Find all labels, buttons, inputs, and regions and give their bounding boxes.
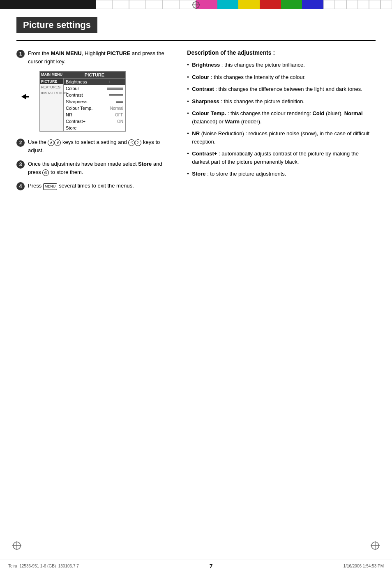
step-4-number: 4	[16, 182, 25, 190]
bar-red-1	[260, 0, 270, 9]
top-crosshair	[192, 1, 200, 10]
right-arrow-icon: >	[135, 139, 141, 146]
menu-row-brightness: Brightness ---I--------	[64, 79, 125, 85]
step-1-number: 1	[16, 50, 25, 58]
bar-blue-2	[313, 0, 323, 9]
page-number: 7	[210, 563, 213, 570]
description-title: Description of the adjustments :	[187, 49, 376, 56]
step-4-text: Press MENU several times to exit the men…	[28, 182, 134, 190]
ok-icon: ⊙	[42, 169, 49, 176]
bar-seg-11	[163, 0, 180, 9]
contrastplus-label: Contrast+	[66, 119, 85, 124]
bar-white-r2	[335, 0, 346, 9]
bottom-left-text: Telra_12536-951 1-6 (GB)_130106.7 7	[8, 564, 79, 568]
desc-sharpness: Sharpness : this changes the picture def…	[187, 97, 376, 106]
bottom-crosshair-left	[12, 541, 21, 551]
bottom-bar: Telra_12536-951 1-6 (GB)_130106.7 7 7 1/…	[0, 560, 392, 572]
sidebar-item-installation: INSTALLATION	[40, 90, 63, 96]
colour-bar	[107, 88, 123, 90]
colourtemp-value: Normal	[110, 106, 123, 111]
brightness-label: Brightness	[66, 79, 87, 84]
desc-store: Store : to store the picture adjustments…	[187, 170, 376, 178]
bar-white-r1	[323, 0, 335, 9]
bar-red-2	[270, 0, 281, 9]
bar-green-1	[281, 0, 292, 9]
bar-seg-10	[146, 0, 163, 9]
top-color-bar	[0, 0, 392, 9]
menu-sidebar: PICTURE FEATURES INSTALLATION	[40, 79, 64, 131]
contrast-bar	[109, 94, 123, 96]
bar-green-2	[292, 0, 302, 9]
desc-brightness: Brightness : this changes the picture br…	[187, 61, 376, 69]
desc-colour: Colour : this changes the intensity of t…	[187, 73, 376, 81]
content-columns: 1 From the MAIN MENU, Highlight PICTURE …	[16, 49, 376, 196]
desc-nr: NR (Noise Reduction) : reduces picture n…	[187, 130, 376, 146]
right-column: Description of the adjustments : Brightn…	[187, 49, 376, 196]
bar-seg-5	[64, 0, 80, 9]
sharpness-bar	[116, 101, 123, 103]
nr-label: NR	[66, 112, 72, 117]
menu-row-contrast: Contrast	[64, 92, 125, 98]
bar-seg-7	[96, 0, 113, 9]
menu-arrow	[21, 94, 29, 101]
colourtemp-label: Colour Temp.	[66, 106, 92, 111]
nr-value: OFF	[115, 113, 123, 117]
brightness-value: ---I--------	[104, 80, 123, 84]
bar-seg-6	[80, 0, 96, 9]
step-3-text: Once the adjustments have been made sele…	[28, 160, 171, 176]
desc-colourtemp: Colour Temp. : this changes the colour r…	[187, 109, 376, 125]
bar-blue-1	[302, 0, 313, 9]
bottom-right-text: 1/16/2006 1:54:53 PM	[344, 564, 384, 568]
bar-seg-2	[16, 0, 32, 9]
bar-seg-3	[32, 0, 48, 9]
down-arrow-icon: ∨	[54, 139, 61, 146]
step-4: 4 Press MENU several times to exit the m…	[16, 182, 171, 190]
bar-seg-1	[0, 0, 16, 9]
bottom-crosshair-right	[371, 541, 380, 551]
menu-row-nr: NR OFF	[64, 111, 125, 118]
up-arrow-icon: ∧	[48, 139, 54, 146]
bar-white-r5	[369, 0, 380, 9]
menu-row-sharpness: Sharpness	[64, 98, 125, 105]
bar-cyan-1	[217, 0, 228, 9]
bar-yellow-2	[249, 0, 260, 9]
bar-seg-4	[48, 0, 64, 9]
page-title-box: Picture settings	[16, 17, 97, 33]
sidebar-item-features: FEATURES	[40, 84, 63, 90]
desc-contrastplus: Contrast+ : automatically adjusts contra…	[187, 150, 376, 166]
page-title: Picture settings	[23, 20, 91, 30]
bar-cyan-2	[228, 0, 239, 9]
menu-row-colourtemp: Colour Temp. Normal	[64, 105, 125, 111]
sidebar-item-picture: PICTURE	[40, 79, 63, 84]
contrastplus-value: ON	[117, 119, 123, 124]
bar-white-r6	[380, 0, 392, 9]
left-column: 1 From the MAIN MENU, Highlight PICTURE …	[16, 49, 171, 196]
menu-main-menu-label: MAIN MENU	[40, 72, 64, 78]
description-list: Brightness : this changes the picture br…	[187, 61, 376, 178]
menu-row-contrastplus: Contrast+ ON	[64, 118, 125, 125]
bar-white-r4	[358, 0, 369, 9]
step-2-number: 2	[16, 139, 25, 147]
desc-contrast: Contrast : this changes the difference b…	[187, 85, 376, 93]
colour-label: Colour	[66, 86, 79, 91]
bar-yellow-1	[238, 0, 249, 9]
sharpness-label: Sharpness	[66, 99, 88, 104]
bar-seg-9	[129, 0, 146, 9]
menu-row-colour: Colour	[64, 85, 125, 92]
step-1: 1 From the MAIN MENU, Highlight PICTURE …	[16, 49, 171, 65]
store-label: Store	[66, 125, 76, 130]
main-content: Picture settings 1 From the MAIN MENU, H…	[0, 9, 392, 213]
menu-mockup-container: MAIN MENU PICTURE PICTURE FEATURES INSTA…	[28, 71, 171, 132]
bar-magenta-2	[207, 0, 217, 9]
menu-rows: Brightness ---I-------- Colour Contrast	[64, 79, 125, 131]
bar-seg-8	[112, 0, 129, 9]
bar-white-r3	[346, 0, 358, 9]
menu-mockup: MAIN MENU PICTURE PICTURE FEATURES INSTA…	[39, 71, 126, 132]
contrast-label: Contrast	[66, 93, 83, 97]
menu-row-store: Store	[64, 125, 125, 131]
svg-marker-3	[21, 94, 29, 100]
step-2-text: Use the ∧∨ keys to select a setting and …	[28, 138, 171, 154]
menu-picture-label: PICTURE	[64, 72, 125, 78]
step-1-text: From the MAIN MENU, Highlight PICTURE an…	[28, 49, 171, 65]
step-2: 2 Use the ∧∨ keys to select a setting an…	[16, 138, 171, 154]
